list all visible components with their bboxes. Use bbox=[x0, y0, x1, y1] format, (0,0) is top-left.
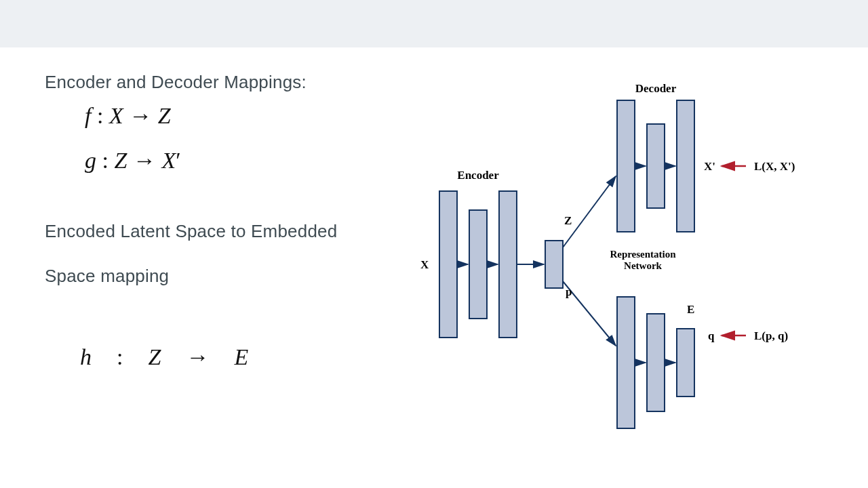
encoder-label: Encoder bbox=[457, 169, 499, 182]
encoder-layer-2 bbox=[469, 210, 487, 319]
decoder-layer-3 bbox=[677, 100, 694, 232]
encoder-block bbox=[439, 191, 517, 338]
repnet-layer-3 bbox=[677, 329, 694, 396]
encoder-layer-1 bbox=[439, 191, 457, 338]
latent-z-block bbox=[545, 241, 563, 288]
repnet-layer-1 bbox=[617, 297, 635, 428]
decoder-label: Decoder bbox=[635, 82, 677, 95]
q-label: q bbox=[708, 329, 715, 342]
encoder-layer-3 bbox=[499, 191, 517, 338]
decoder-layer-1 bbox=[617, 100, 635, 232]
z-label: Z bbox=[564, 214, 572, 227]
loss2-label: L(p, q) bbox=[754, 329, 788, 342]
repnet-label-2: Network bbox=[624, 260, 662, 271]
architecture-diagram: Encoder Decoder X Z p X' Representation … bbox=[0, 0, 868, 488]
xprime-label: X' bbox=[704, 160, 715, 173]
e-label: E bbox=[687, 303, 694, 316]
decoder-layer-2 bbox=[647, 124, 665, 208]
repnet-layer-2 bbox=[647, 314, 665, 411]
decoder-block bbox=[617, 100, 694, 232]
repnet-block bbox=[617, 297, 694, 428]
p-label: p bbox=[566, 285, 572, 298]
x-label: X bbox=[420, 258, 429, 271]
loss1-label: L(X, X') bbox=[754, 160, 795, 173]
z-to-decoder-arrow bbox=[563, 176, 616, 247]
repnet-label-1: Representation bbox=[610, 249, 676, 260]
